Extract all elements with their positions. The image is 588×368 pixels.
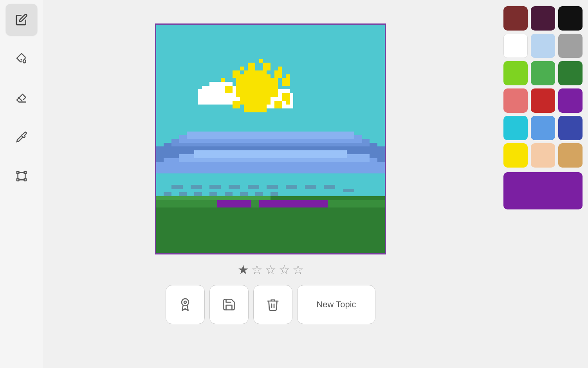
svg-rect-51 — [274, 101, 282, 108]
svg-rect-44 — [244, 70, 267, 78]
svg-rect-52 — [248, 63, 255, 70]
eyedropper-tool[interactable] — [6, 121, 37, 153]
svg-rect-60 — [240, 67, 244, 70]
svg-rect-23 — [324, 185, 335, 189]
svg-rect-10 — [156, 204, 385, 253]
color-row-6 — [503, 143, 583, 168]
color-swatch-tan[interactable] — [558, 143, 583, 168]
svg-rect-62 — [286, 101, 290, 105]
svg-rect-31 — [255, 192, 263, 196]
new-topic-button[interactable]: New Topic — [297, 285, 375, 324]
toolbar — [0, 0, 43, 368]
pencil-tool[interactable] — [6, 4, 37, 35]
selected-color[interactable] — [503, 172, 583, 209]
svg-rect-17 — [209, 185, 221, 189]
star-4[interactable]: ☆ — [279, 262, 290, 277]
color-swatch-lightblue[interactable] — [531, 34, 555, 58]
color-swatch-darkred[interactable] — [531, 88, 555, 113]
pixel-canvas[interactable] — [155, 23, 386, 254]
color-swatch-black[interactable] — [558, 6, 583, 31]
svg-rect-33 — [217, 200, 252, 207]
svg-rect-26 — [179, 192, 186, 196]
color-swatch-gray[interactable] — [558, 34, 583, 58]
color-swatch-cornflower[interactable] — [531, 116, 555, 140]
svg-rect-59 — [259, 59, 263, 63]
svg-rect-49 — [274, 70, 282, 78]
color-row-1 — [503, 6, 583, 31]
color-row-2 — [503, 34, 583, 58]
save-button[interactable] — [209, 285, 249, 324]
svg-rect-43 — [240, 74, 271, 105]
svg-rect-61 — [221, 78, 225, 82]
svg-rect-47 — [271, 78, 278, 97]
svg-rect-22 — [305, 185, 316, 189]
color-swatch-peach[interactable] — [531, 143, 555, 168]
svg-rect-55 — [282, 93, 289, 101]
svg-rect-24 — [343, 189, 354, 193]
svg-rect-58 — [286, 74, 290, 78]
color-swatch-green[interactable] — [531, 61, 555, 85]
svg-rect-30 — [240, 192, 247, 196]
svg-point-64 — [184, 301, 186, 303]
select-tool[interactable] — [6, 161, 37, 192]
action-buttons: New Topic — [166, 285, 375, 324]
star-2[interactable]: ☆ — [251, 262, 263, 277]
eraser-tool[interactable] — [6, 82, 37, 114]
svg-rect-19 — [248, 185, 259, 189]
svg-rect-16 — [191, 185, 202, 189]
color-row-3 — [503, 61, 583, 85]
svg-rect-29 — [225, 192, 232, 196]
color-swatch-cyan[interactable] — [503, 116, 528, 140]
svg-point-63 — [182, 299, 189, 306]
color-swatch-yellow[interactable] — [503, 143, 528, 168]
svg-rect-32 — [271, 192, 278, 196]
main-area: ★ ☆ ☆ ☆ ☆ — [43, 0, 498, 368]
svg-rect-25 — [164, 192, 171, 196]
svg-rect-28 — [209, 192, 217, 196]
color-swatch-purple[interactable] — [558, 88, 583, 113]
color-palette — [498, 0, 588, 368]
svg-rect-20 — [267, 185, 278, 189]
color-swatch-lightgreen[interactable] — [503, 61, 528, 85]
svg-rect-50 — [233, 101, 240, 108]
svg-rect-27 — [194, 192, 202, 196]
star-1[interactable]: ★ — [238, 262, 249, 277]
bucket-tool[interactable] — [6, 43, 37, 74]
delete-button[interactable] — [253, 285, 292, 324]
color-swatch-darkblue[interactable] — [558, 116, 583, 140]
color-row-5 — [503, 116, 583, 140]
svg-rect-21 — [286, 185, 297, 189]
color-swatch-darkgreen[interactable] — [558, 61, 583, 85]
svg-rect-18 — [229, 185, 240, 189]
svg-rect-5 — [187, 132, 354, 139]
svg-rect-9 — [194, 150, 346, 158]
color-swatch-white[interactable] — [503, 34, 528, 58]
svg-rect-15 — [171, 185, 183, 189]
color-row-4 — [503, 88, 583, 113]
svg-rect-57 — [278, 67, 282, 70]
color-swatch-salmon[interactable] — [503, 88, 528, 113]
svg-rect-56 — [225, 86, 232, 93]
svg-rect-48 — [233, 70, 240, 78]
star-3[interactable]: ☆ — [265, 262, 276, 277]
rating: ★ ☆ ☆ ☆ ☆ — [238, 262, 304, 277]
svg-rect-53 — [263, 63, 271, 70]
color-swatch-brown[interactable] — [503, 6, 528, 31]
color-swatch-darkpurple[interactable] — [531, 6, 555, 31]
svg-rect-46 — [236, 78, 243, 97]
new-topic-label: New Topic — [316, 299, 356, 310]
svg-rect-54 — [282, 78, 289, 85]
svg-rect-34 — [259, 200, 328, 207]
award-button[interactable] — [166, 285, 205, 324]
svg-rect-45 — [244, 105, 267, 112]
star-5[interactable]: ☆ — [292, 262, 304, 277]
